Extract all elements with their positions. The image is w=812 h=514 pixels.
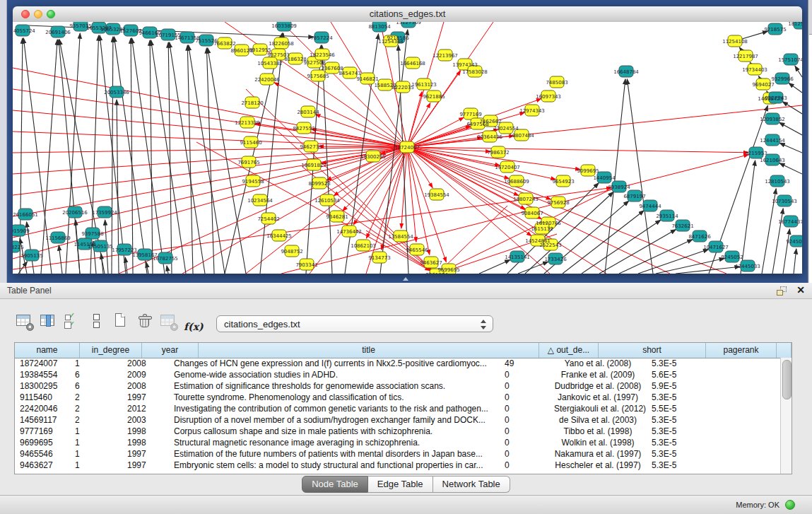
table-row[interactable]: 1456911722003Disruption of a novel membe… <box>15 414 780 426</box>
close-panel-icon[interactable]: ✕ <box>796 284 805 296</box>
table-cell[interactable]: Dudbridge et al. (2008) <box>549 380 647 392</box>
table-cell[interactable]: Wolkin et al. (1998) <box>549 437 647 448</box>
table-cell[interactable]: 19384554 <box>15 369 70 380</box>
table-cell[interactable]: 0 <box>500 437 549 448</box>
table-row[interactable]: 1938455462009Genome-wide association stu… <box>15 369 780 380</box>
table-cell[interactable]: Structural magnetic resonance image aver… <box>169 437 500 448</box>
column-header-pagerank[interactable]: pagerank <box>706 343 777 358</box>
table-row[interactable]: 911546021997Tourette syndrome. Phenomeno… <box>15 392 780 403</box>
table-cell[interactable]: 5.3E-5 <box>647 448 707 460</box>
table-cell[interactable]: 5.3E-5 <box>647 358 707 369</box>
table-cell[interactable]: 5.6E-5 <box>647 369 707 380</box>
table-cell[interactable]: 5.3E-5 <box>647 414 707 426</box>
table-cell[interactable]: 2009 <box>122 369 169 380</box>
new-file-icon[interactable] <box>112 313 130 330</box>
table-cell[interactable]: 1 <box>70 437 122 448</box>
table-row[interactable]: 969969511998Structural magnetic resonanc… <box>15 437 780 448</box>
table-cell[interactable]: 0 <box>500 380 549 392</box>
table-cell[interactable]: 6 <box>70 380 122 392</box>
table-cell[interactable]: Embryonic stem cells: a model to study s… <box>169 460 500 471</box>
table-cell[interactable]: 9465546 <box>15 448 70 460</box>
trash-icon[interactable] <box>136 313 154 330</box>
table-cell[interactable]: 5.3E-5 <box>647 460 707 471</box>
table-cell[interactable]: de Silva et al. (2003) <box>549 414 647 426</box>
table-cell[interactable]: 9115460 <box>15 392 70 403</box>
table-cell[interactable]: 0 <box>500 369 549 380</box>
table-cell[interactable]: 0 <box>500 403 549 414</box>
table-cell[interactable]: Estimation of the future numbers of pati… <box>169 448 500 460</box>
row-height-icon[interactable] <box>88 313 106 330</box>
table-row[interactable]: 2242004622012Investigating the contribut… <box>15 403 780 414</box>
table-cell[interactable]: 0 <box>500 426 549 437</box>
table-cell[interactable]: 2 <box>70 414 122 426</box>
table-row[interactable]: 946362711997Embryonic stem cells: a mode… <box>15 460 780 471</box>
table-cell[interactable]: 1997 <box>122 460 169 471</box>
table-cell[interactable]: 18724007 <box>15 358 70 369</box>
table-cell[interactable]: 1997 <box>122 392 169 403</box>
table-cell[interactable]: Tourette syndrome. Phenomenology and cla… <box>169 392 500 403</box>
table-cell[interactable]: 9699695 <box>15 437 70 448</box>
table-cell[interactable]: 0 <box>500 392 549 403</box>
table-cell[interactable]: 14569117 <box>15 414 70 426</box>
table-cell[interactable]: Hescheler et al. (1997) <box>549 460 647 471</box>
column-header-name[interactable]: name <box>15 343 80 358</box>
table-cell[interactable]: Nakamura et al. (1997) <box>549 448 647 460</box>
table-cell[interactable]: 2 <box>70 403 122 414</box>
show-column-icon[interactable] <box>40 313 58 330</box>
tab-edge-table[interactable]: Edge Table <box>368 476 433 493</box>
table-cell[interactable]: 2008 <box>122 380 169 392</box>
table-cell[interactable]: 9777169 <box>15 426 70 437</box>
table-cell[interactable]: Yano et al. (2008) <box>549 358 647 369</box>
table-cell[interactable]: 0 <box>500 460 549 471</box>
table-cell[interactable]: 2003 <box>122 414 169 426</box>
tab-network-table[interactable]: Network Table <box>433 476 510 493</box>
table-cell[interactable]: Genome-wide association studies in ADHD. <box>169 369 500 380</box>
select-columns-icon[interactable] <box>64 313 82 330</box>
table-cell[interactable]: 9463627 <box>15 460 70 471</box>
table-cell[interactable]: 1 <box>70 358 122 369</box>
float-panel-icon[interactable] <box>777 286 787 296</box>
table-selector-dropdown[interactable]: citations_edges.txt <box>216 315 493 332</box>
table-cell[interactable]: 1 <box>70 426 122 437</box>
table-cell[interactable]: 5.9E-5 <box>647 380 707 392</box>
table-cell[interactable]: 5.3E-5 <box>647 392 707 403</box>
table-cell[interactable]: 2 <box>70 392 122 403</box>
table-settings-icon[interactable] <box>16 313 34 330</box>
table-cell[interactable]: 1 <box>70 460 122 471</box>
function-icon[interactable]: f(x) <box>184 318 205 336</box>
table-cell[interactable]: 1997 <box>122 448 169 460</box>
table-cell[interactable]: 2012 <box>122 403 169 414</box>
table-row[interactable]: 977716911998Corpus callosum shape and si… <box>15 426 780 437</box>
table-cell[interactable]: Stergiakouli et al. (2012) <box>549 403 647 414</box>
table-row[interactable]: 1830029562008Estimation of significance … <box>15 380 780 392</box>
table-scrollbar[interactable] <box>780 358 792 474</box>
table-cell[interactable]: Jankovic et al. (1997) <box>549 392 647 403</box>
table-cell[interactable]: 5.3E-5 <box>647 426 707 437</box>
table-cell[interactable]: 22420046 <box>15 403 70 414</box>
table-cell[interactable]: 6 <box>70 369 122 380</box>
table-cell[interactable]: 1998 <box>122 437 169 448</box>
column-header-in_degree[interactable]: in_degree <box>80 343 142 358</box>
column-header-out_de[interactable]: △ out_de... <box>539 343 599 358</box>
column-header-year[interactable]: year <box>142 343 199 358</box>
table-cell[interactable]: 18300295 <box>15 380 70 392</box>
network-canvas[interactable]: 1405572420691406935703510553287106532871… <box>13 22 802 274</box>
table-cell[interactable]: 2008 <box>122 358 169 369</box>
network-window-titlebar[interactable]: citations_edges.txt <box>13 6 802 23</box>
table-cell[interactable]: 5.5E-5 <box>647 403 707 414</box>
table-cell[interactable]: 5.3E-5 <box>647 437 707 448</box>
table-cell[interactable]: Investigating the contribution of common… <box>169 403 500 414</box>
split-drag-handle[interactable] <box>401 276 411 281</box>
table-row[interactable]: 946554611997Estimation of the future num… <box>15 448 780 460</box>
network-graph[interactable]: 1405572420691406935703510553287106532871… <box>13 22 802 274</box>
table-cell[interactable]: 0 <box>500 414 549 426</box>
column-header-title[interactable]: title <box>199 343 539 358</box>
table-cell[interactable]: Changes of HCN gene expression and I(f) … <box>169 358 500 369</box>
scrollbar-thumb[interactable] <box>782 360 792 399</box>
tab-node-table[interactable]: Node Table <box>302 476 368 493</box>
column-header-short[interactable]: short <box>599 343 706 358</box>
table-cell[interactable]: 0 <box>500 448 549 460</box>
table-cell[interactable]: Franke et al. (2009) <box>549 369 647 380</box>
table-cell[interactable]: 1998 <box>122 426 169 437</box>
table-cell[interactable]: Estimation of significance thresholds fo… <box>169 380 500 392</box>
